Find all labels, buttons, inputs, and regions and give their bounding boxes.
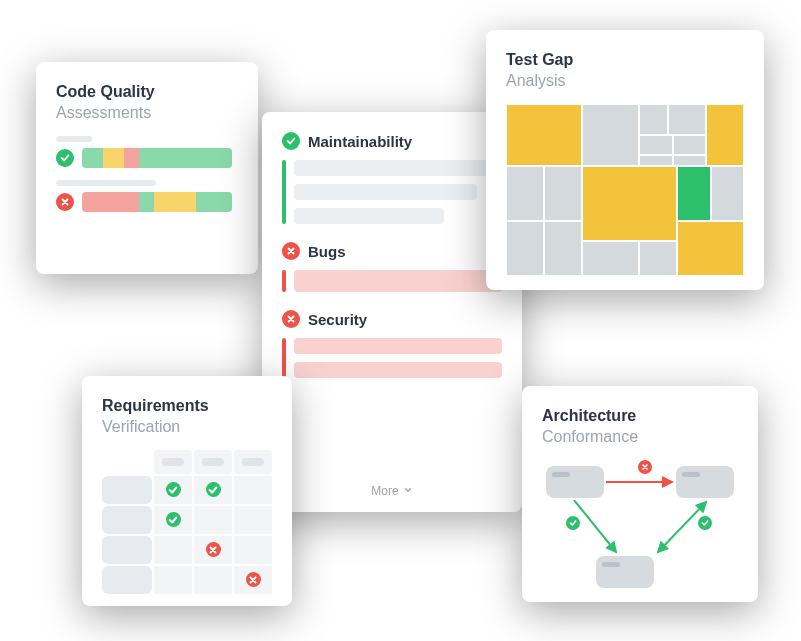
assessment-row <box>56 148 238 168</box>
x-icon <box>282 242 300 260</box>
security-section: Security <box>282 310 502 378</box>
treemap <box>506 104 744 276</box>
grid-cell <box>234 536 272 564</box>
grid-cell <box>154 536 192 564</box>
grid-cell <box>154 566 192 594</box>
card-subtitle: Assessments <box>56 103 238 124</box>
more-label: More <box>371 484 398 498</box>
quality-summary-card: Maintainability Bugs <box>262 112 522 512</box>
check-icon <box>698 516 712 530</box>
code-quality-card: Code Quality Assessments <box>36 62 258 274</box>
column-header <box>234 450 272 474</box>
grid-cell <box>234 566 272 594</box>
card-title: Architecture <box>542 406 738 427</box>
row-header <box>102 476 152 504</box>
accent-bar <box>282 338 286 378</box>
chevron-down-icon <box>403 484 413 498</box>
grid-cell <box>154 476 192 504</box>
placeholder-line <box>294 208 444 224</box>
maintainability-section: Maintainability <box>282 132 502 224</box>
accent-bar <box>282 160 286 224</box>
check-icon <box>566 516 580 530</box>
card-title: Code Quality <box>56 82 238 103</box>
test-gap-card: Test Gap Analysis <box>486 30 764 290</box>
card-subtitle: Conformance <box>542 427 738 448</box>
arrow-icon <box>606 474 678 490</box>
x-icon <box>206 542 221 557</box>
check-icon <box>206 482 221 497</box>
check-icon <box>56 149 74 167</box>
x-icon <box>246 572 261 587</box>
grid-cell <box>194 506 232 534</box>
more-button[interactable]: More <box>262 484 522 498</box>
card-subtitle: Verification <box>102 417 272 438</box>
architecture-card: Architecture Conformance <box>522 386 758 602</box>
placeholder-line <box>294 270 502 292</box>
assessment-bar <box>82 148 232 168</box>
section-title: Maintainability <box>308 133 412 150</box>
grid-cell <box>194 566 232 594</box>
grid-cell <box>234 506 272 534</box>
row-header <box>102 536 152 564</box>
assessment-bar <box>82 192 232 212</box>
requirements-card: Requirements Verification <box>82 376 292 606</box>
svg-line-1 <box>574 500 616 552</box>
x-icon <box>282 310 300 328</box>
x-icon <box>638 460 652 474</box>
card-subtitle: Analysis <box>506 71 744 92</box>
label-placeholder <box>56 180 156 186</box>
section-title: Bugs <box>308 243 346 260</box>
arrow-icon <box>572 500 622 558</box>
placeholder-line <box>294 160 502 176</box>
card-title: Test Gap <box>506 50 744 71</box>
assessment-row <box>56 192 238 212</box>
x-icon <box>56 193 74 211</box>
requirements-grid <box>102 450 272 594</box>
diagram-node <box>676 466 734 498</box>
column-header <box>154 450 192 474</box>
check-icon <box>282 132 300 150</box>
row-header <box>102 566 152 594</box>
row-header <box>102 506 152 534</box>
grid-cell <box>234 476 272 504</box>
diagram-node <box>546 466 604 498</box>
placeholder-line <box>294 184 477 200</box>
grid-cell <box>194 536 232 564</box>
bugs-section: Bugs <box>282 242 502 292</box>
check-icon <box>166 482 181 497</box>
placeholder-line <box>294 362 502 378</box>
accent-bar <box>282 270 286 292</box>
architecture-diagram <box>542 460 738 590</box>
placeholder-line <box>294 338 502 354</box>
section-title: Security <box>308 311 367 328</box>
check-icon <box>166 512 181 527</box>
card-title: Requirements <box>102 396 272 417</box>
grid-cell <box>194 476 232 504</box>
column-header <box>194 450 232 474</box>
diagram-node <box>596 556 654 588</box>
grid-cell <box>154 506 192 534</box>
label-placeholder <box>56 136 92 142</box>
